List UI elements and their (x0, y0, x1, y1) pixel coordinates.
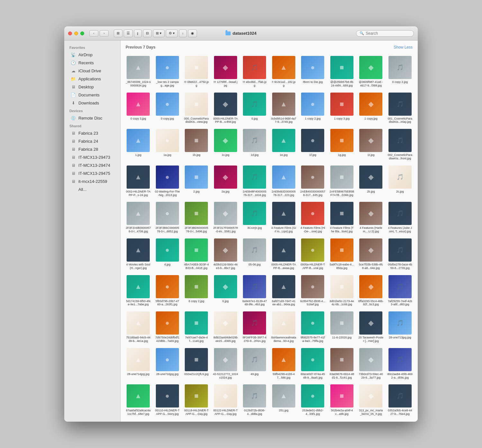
file-item[interactable]: ■ 1g.jpg (329, 128, 355, 162)
file-item[interactable]: 🎵 0126d72b-d836-4...dd8a.jpg (241, 383, 268, 417)
sidebar-item-it-mcx13-29474[interactable]: 🖥 IT-MCX13-29474 (66, 161, 119, 169)
sidebar-item-desktop[interactable]: 🖥 Desktop (66, 83, 119, 91)
file-item[interactable]: ◆ 6.jpg (212, 274, 239, 308)
file-item[interactable]: ■ 6d01be5c-2173-4e4c-bb...1c66.jpg (329, 274, 355, 308)
file-item[interactable]: ● 02-Waiting-For-The-Nig...2013.jpg (154, 164, 181, 198)
file-item[interactable]: ◆ 1 copy.jpg (358, 91, 384, 125)
file-item[interactable]: ◆ 20 Taraweeh-Poster [...rner].jpg (358, 310, 384, 344)
file-item[interactable]: ■ !!! 08e622...4750.jpg (183, 55, 210, 89)
search-input[interactable] (366, 31, 404, 36)
sidebar-item-fabrica24[interactable]: 🖥 Fabrica 24 (66, 137, 119, 145)
file-item[interactable]: 🎵 49.jpg (241, 347, 268, 381)
share-button[interactable]: ↑ (179, 30, 187, 37)
sidebar-item-icloud[interactable]: ☁ iCloud Drive (66, 67, 119, 75)
file-item[interactable]: ● 2AEB493300000578-317...635.jpg (299, 164, 326, 198)
file-item[interactable]: ▲ !! 9c2e1a2...182.jpg (271, 55, 297, 89)
search-box[interactable]: 🔍 (356, 30, 414, 37)
file-item[interactable]: ■ 7e97cae7-da3e-4f...11e0.jpg (183, 310, 210, 344)
file-item[interactable]: ● 1a.jpg (154, 128, 181, 162)
file-item[interactable]: ● 2F3F3B6C00000578-0-i...6852.jpg (154, 201, 181, 235)
sidebar-item-downloads[interactable]: ⬇ Downloads (66, 99, 119, 107)
sidebar-item-it-mcx14-22559[interactable]: 🖥 it-mcx14-22559 (66, 177, 119, 185)
file-item[interactable]: 🎵 7af29255-7e4f-4cb3-a8f...d83.jpg (387, 274, 414, 308)
file-item[interactable]: 🎵 4 Features (Juke Joint, T...esus).jpg (387, 201, 414, 235)
file-item[interactable]: 🎵 0 copy 2.jpg (387, 55, 414, 89)
file-item[interactable]: ● !Born to Die.jpg (299, 55, 326, 89)
file-item[interactable]: ▲ 7b1ddaa5-94cb-44d9-b...4e1a.jpg (125, 310, 152, 344)
file-item[interactable]: ■ 1b.jpg (183, 128, 210, 162)
file-item[interactable]: ■ 2.jpg (183, 164, 210, 198)
file-item[interactable]: ▲ 251.jpg (271, 383, 297, 417)
file-item[interactable]: ▲ 0 copy 3.jpg (125, 91, 152, 125)
view-list-button[interactable]: ☰ (124, 30, 133, 37)
file-item[interactable]: ▲ 5d174159-6f50-4f4e-9e1...7abe.jpg (125, 274, 152, 308)
action-button[interactable]: ⚙ ▾ (166, 30, 178, 37)
file-item[interactable]: ◆ 42-52212772_1024x1024.jpg (212, 347, 239, 381)
file-item[interactable]: 🎵 1d.jpg (241, 128, 268, 162)
file-item[interactable]: ▲ 8sirlawrencealmatadema...93-4.jpg (271, 310, 297, 344)
sidebar-item-remote-disc[interactable]: 💿 Remote Disc (66, 114, 119, 122)
sidebar-item-applications[interactable]: 📁 Applications (66, 75, 119, 83)
file-item[interactable]: ● 60ece0d7-874a-4548-9...8aa5.jpg (299, 347, 326, 381)
file-item[interactable]: ● 1f.jpg (299, 128, 326, 162)
file-item[interactable]: ● 1 copy 2.jpg (299, 91, 326, 125)
file-item[interactable]: ▲ 1e.jpg (271, 128, 297, 162)
view-icon-button[interactable]: ⊞ (114, 30, 122, 37)
sidebar-item-fabrica28[interactable]: 🖥 Fabrica 28 (66, 145, 119, 153)
sidebar-item-recents[interactable]: 🕐 Recents (66, 59, 119, 67)
file-item[interactable]: 🎵 0352a0b5-4ce8-4427-b...76e4.jpg (387, 383, 414, 417)
file-item[interactable]: ● 7d9750e24d6fbdf141fdbb...7a69.jpg (154, 310, 181, 344)
file-item[interactable]: ▲ 28-une714jpg.jpg (125, 347, 152, 381)
file-item[interactable]: ▲ 2F3F3A6B00000578-0-i...4706.jpg (125, 201, 152, 235)
file-item[interactable]: 🎵 05-06.jpg (241, 237, 268, 271)
file-item[interactable]: ▲ 0cbd9514-96bf-4a77-9...3749.jpg (271, 91, 297, 125)
file-item[interactable]: ◆ 0000-HILDNER-TAPP-B...s-BW.jpg (212, 91, 239, 125)
file-item[interactable]: ■ 2F3F3BD600000578-0-i...5496.jpg (183, 201, 210, 235)
file-item[interactable]: ■ 6 copy 2.jpg (183, 274, 210, 308)
file-item[interactable]: ▲ 0005-HILDNER-TAPP-B...awaa.jpg (271, 237, 297, 271)
file-item[interactable]: ● 28-une716jpg.jpg (154, 347, 181, 381)
file-item[interactable]: ● 00110-HILDNER-TAPP-G...Story.jpg (154, 383, 181, 417)
file-item[interactable]: ■ 2AFE5B9675EB5BF7A7B...D366.jpg (329, 164, 355, 198)
file-item[interactable]: ◆ 8d923a4d4de029bee15...d365.jpg (212, 310, 239, 344)
sort-button[interactable]: ⊞ ▾ (153, 30, 165, 37)
maximize-button[interactable] (80, 31, 84, 35)
file-item[interactable]: 🎵 3Cczrjo.jpg (241, 201, 268, 235)
file-item[interactable]: ■ 302b4e2a-a04f-4c...a9b.jpg (329, 383, 355, 417)
file-item[interactable]: 🎵 8F34FF0B-36F7-427D-9...2F6A.jpg (241, 310, 268, 344)
file-item[interactable]: ● 6c9947b2-d938-4...b16ef.jpg (299, 274, 326, 308)
file-item[interactable]: ■ 11-6-22020.jpg (329, 310, 355, 344)
file-item[interactable]: ● 0 copy.jpg (154, 91, 181, 125)
file-item[interactable]: 🎵 2AEB48F400000578-317...1616.jpg (241, 164, 268, 198)
file-item[interactable]: ◆ 2F3F317F0000578-0-im...5581.jpg (212, 201, 239, 235)
file-item[interactable]: 🎵 80c2ae84-45f6-4692-a...d09c.jpg (387, 347, 414, 381)
file-item[interactable]: ▲ 4 Movies with Soul (H...nger).jpg (125, 237, 152, 271)
file-item[interactable]: ■ 032wZ1c2QfL9.jpg (183, 347, 210, 381)
file-item[interactable]: 🎵 0.jpg (241, 91, 268, 125)
file-item[interactable]: ▲ 6afd71d3-7d47-41ee-ab1...964a.jpg (271, 274, 297, 308)
file-item[interactable]: ■ 00118-HILDNER-TAPP-G...-Day.jpg (183, 383, 210, 417)
show-less-button[interactable]: Show Less (394, 45, 413, 49)
file-item[interactable]: ◆ !!! 1276f8f...0eaaf.jpg (212, 55, 239, 89)
file-item[interactable]: ◆ 2b.jpg (358, 164, 384, 198)
file-item[interactable]: ▲ 87aa0af32a9cac4a1cc7bf...68e7.jpg (125, 383, 152, 417)
forward-button[interactable]: › (100, 30, 109, 37)
file-item[interactable]: 🎵 28-une713jpg.jpg (387, 310, 414, 344)
sidebar-item-documents[interactable]: 📄 Documents (66, 91, 119, 99)
file-item[interactable]: 🎵 !!! a5cd6d...7fab.jpg (241, 55, 268, 89)
file-item[interactable]: ◆ 1c.jpg (212, 128, 239, 162)
file-item[interactable]: ▲ _86745599_1024-s0000834.jpg (125, 55, 152, 89)
file-item[interactable]: ■ 4BA7A0E8-3D3F-4B33-B...041E.jpg (183, 237, 210, 271)
file-item[interactable]: ● 4.jpg (154, 237, 181, 271)
file-item[interactable]: ◆ 313_pv_mc_maria_berrio_05_rt.jpg (358, 383, 384, 417)
file-item[interactable]: ◆ 4 Features (Harlem,...U.S).jpg (358, 201, 384, 235)
file-item[interactable]: 🎵 6a9e97e1-8139-4748-9fe...4b3.jpg (241, 274, 268, 308)
sidebar-item-fabrica23[interactable]: 🖥 Fabrica 23 (66, 129, 119, 137)
file-item[interactable]: ● 0005a-HILDNER-TAPP-B...ural.jpg (299, 237, 326, 271)
file-item[interactable]: ◆ 73b0cd73-59ec-4029-9...3a77.jpg (358, 347, 384, 381)
tag-button[interactable]: ◉ (188, 30, 197, 37)
file-item[interactable]: ● 4 Feature Films (Hi-De-...one).jpg (299, 201, 326, 235)
sidebar-item-all[interactable]: All... (66, 185, 119, 193)
minimize-button[interactable] (74, 31, 78, 35)
file-item[interactable]: ■ @@25bb57b8-8b 24-44f4...689.jpg (329, 55, 355, 89)
